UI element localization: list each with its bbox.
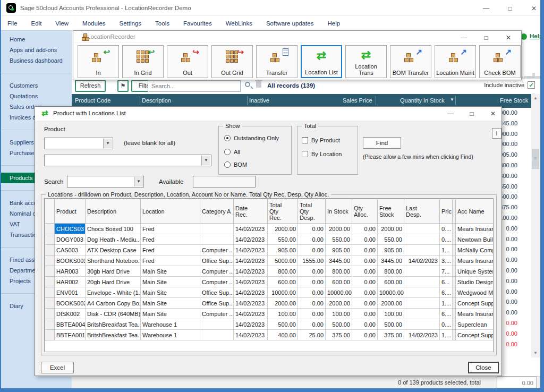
clear-filter-icon[interactable] bbox=[256, 81, 261, 88]
cell[interactable] bbox=[200, 319, 234, 330]
menu-tools[interactable]: Tools bbox=[155, 20, 169, 27]
toolbar-button-out[interactable]: ↪Out bbox=[167, 45, 208, 78]
radio-icon[interactable] bbox=[224, 135, 231, 141]
cell[interactable]: BOOKS003 bbox=[55, 255, 86, 266]
table-row[interactable]: DOGY003Dog Heath - Mediu...Fred14/02/202… bbox=[45, 234, 494, 245]
cell[interactable]: Superclean bbox=[456, 319, 494, 330]
cell[interactable]: ATX Desktop Case bbox=[86, 245, 141, 255]
cell[interactable]: 2000.00 bbox=[268, 298, 298, 309]
table-row[interactable]: HAR00220gb Hard DriveMain SiteComputer .… bbox=[45, 277, 494, 287]
recorder-maximize-button[interactable]: □ bbox=[478, 33, 494, 42]
cell[interactable]: 3445.00 bbox=[378, 255, 404, 266]
cell[interactable]: 0.... bbox=[440, 319, 453, 330]
search-input[interactable] bbox=[148, 80, 241, 92]
find-button[interactable]: Find bbox=[363, 137, 401, 149]
cell[interactable]: 0.00 bbox=[352, 245, 378, 255]
col-header-free-stock[interactable]: Free Stock bbox=[378, 199, 404, 224]
cell[interactable]: Main Site bbox=[141, 287, 200, 298]
radio-icon[interactable] bbox=[224, 161, 231, 168]
row-selector[interactable] bbox=[45, 234, 55, 245]
cell[interactable]: 0.00 bbox=[352, 234, 378, 245]
cell[interactable]: 10000.00 bbox=[268, 287, 298, 298]
cell[interactable]: Main Site bbox=[141, 298, 200, 309]
close-button-dialog[interactable]: Close bbox=[468, 362, 499, 373]
cell[interactable]: 1.... bbox=[440, 330, 453, 340]
table-row[interactable]: BOOKS003Shorthand Noteboo...FredOffice S… bbox=[45, 255, 494, 266]
cell[interactable]: Studio Designs bbox=[456, 277, 494, 287]
cell[interactable]: 0.00 bbox=[298, 309, 326, 319]
cell[interactable]: Office Sup... bbox=[200, 298, 234, 309]
sidebar-item-apps-and-add-ons[interactable]: Apps and add-ons bbox=[0, 45, 72, 55]
cell[interactable]: Office Sup... bbox=[200, 287, 234, 298]
cell[interactable]: 20gb Hard Drive bbox=[86, 277, 141, 287]
cell[interactable]: 800.00 bbox=[378, 266, 404, 277]
cell[interactable]: 550.00 bbox=[378, 234, 404, 245]
cell[interactable]: 1555.00 bbox=[298, 255, 326, 266]
menu-view[interactable]: View bbox=[55, 20, 69, 27]
cell[interactable]: 14/02/2023 bbox=[234, 309, 268, 319]
cell[interactable]: Mears Insurance bbox=[456, 309, 494, 319]
cell[interactable]: 800.00 bbox=[326, 266, 352, 277]
cell[interactable]: 5000.00 bbox=[268, 255, 298, 266]
menu-help[interactable]: Help bbox=[327, 20, 340, 27]
table-row[interactable]: BBTEA001BritshBreakfast Tea...Warehouse … bbox=[45, 330, 494, 340]
cell[interactable]: 2000.00 bbox=[326, 224, 352, 234]
cell[interactable]: Dog Heath - Mediu... bbox=[86, 234, 141, 245]
col-header-qty-alloc[interactable]: Qty Alloc. bbox=[352, 199, 378, 224]
row-selector[interactable] bbox=[45, 298, 55, 309]
cell[interactable]: Disk - CDR (640MB) bbox=[86, 309, 141, 319]
cell[interactable]: 375.00 bbox=[326, 330, 352, 340]
cell[interactable]: Unique Systems bbox=[456, 266, 494, 277]
cell[interactable]: 6.... bbox=[440, 287, 453, 298]
radio-icon[interactable] bbox=[224, 149, 231, 155]
radio-all[interactable]: All bbox=[224, 149, 240, 155]
cell[interactable]: 7... bbox=[440, 266, 453, 277]
radio-outstanding-only[interactable]: Outstanding Only bbox=[224, 135, 279, 141]
checkbox-icon[interactable] bbox=[302, 151, 308, 157]
cell[interactable]: 100.00 bbox=[326, 309, 352, 319]
col-header-total-qty-rec[interactable]: Total Qty Rec. bbox=[268, 199, 298, 224]
dialog-close-button[interactable]: ✕ bbox=[485, 109, 501, 118]
cell[interactable]: 0.00 bbox=[298, 319, 326, 330]
cell[interactable] bbox=[200, 330, 234, 340]
menu-weblinks[interactable]: WebLinks bbox=[226, 20, 252, 27]
cell[interactable] bbox=[404, 224, 440, 234]
table-row[interactable]: BBTEA004BritshBreakfast Tea...Warehouse … bbox=[45, 319, 494, 330]
toolbar-button-location-list[interactable]: ⇄Location List bbox=[301, 45, 342, 78]
cell[interactable] bbox=[200, 234, 234, 245]
cell[interactable] bbox=[404, 245, 440, 255]
cell[interactable]: ENV001 bbox=[55, 287, 86, 298]
cell[interactable]: 0.00 bbox=[352, 255, 378, 266]
cell[interactable]: 0.00 bbox=[298, 266, 326, 277]
cell[interactable]: 0.00 bbox=[298, 224, 326, 234]
recorder-close-button[interactable]: ✕ bbox=[500, 33, 516, 42]
cell[interactable]: HAR002 bbox=[55, 277, 86, 287]
toolbar-button-out-grid[interactable]: ↪Out Grid bbox=[211, 45, 253, 78]
locations-table[interactable]: ProductDescriptionLocationCategory ADate… bbox=[44, 198, 494, 352]
col-header-date-rec[interactable]: Date Rec. bbox=[234, 199, 268, 224]
cell[interactable]: 905.00 bbox=[326, 245, 352, 255]
cell[interactable]: 100.00 bbox=[268, 309, 298, 319]
cell[interactable]: 3445.00 bbox=[326, 255, 352, 266]
row-selector[interactable] bbox=[45, 266, 55, 277]
cell[interactable]: Newtown Build... bbox=[456, 234, 494, 245]
search-combo[interactable]: ▼ bbox=[67, 176, 144, 188]
radio-bom[interactable]: BOM bbox=[224, 161, 247, 168]
cell[interactable] bbox=[404, 277, 440, 287]
cell[interactable]: 600.00 bbox=[326, 277, 352, 287]
cell[interactable]: Wedgwood M... bbox=[456, 287, 494, 298]
cell[interactable]: 0.00 bbox=[352, 319, 378, 330]
col-header-last-desp[interactable]: Last Desp. bbox=[404, 199, 440, 224]
cell[interactable]: 800.00 bbox=[268, 266, 298, 277]
cell[interactable]: BritshBreakfast Tea... bbox=[86, 330, 141, 340]
cell[interactable]: Mears Insurance bbox=[456, 224, 494, 234]
row-selector[interactable] bbox=[45, 330, 55, 340]
checkbox-by-location[interactable]: By Location bbox=[302, 151, 342, 157]
cell[interactable]: 14/02/2023 bbox=[234, 287, 268, 298]
cell[interactable]: 3.... bbox=[440, 255, 453, 266]
cell[interactable]: 905.00 bbox=[378, 245, 404, 255]
cell[interactable]: BOOKS002 bbox=[55, 298, 86, 309]
row-selector[interactable] bbox=[45, 245, 55, 255]
row-selector[interactable] bbox=[45, 224, 55, 234]
cell[interactable]: 14/02/2023 bbox=[234, 234, 268, 245]
